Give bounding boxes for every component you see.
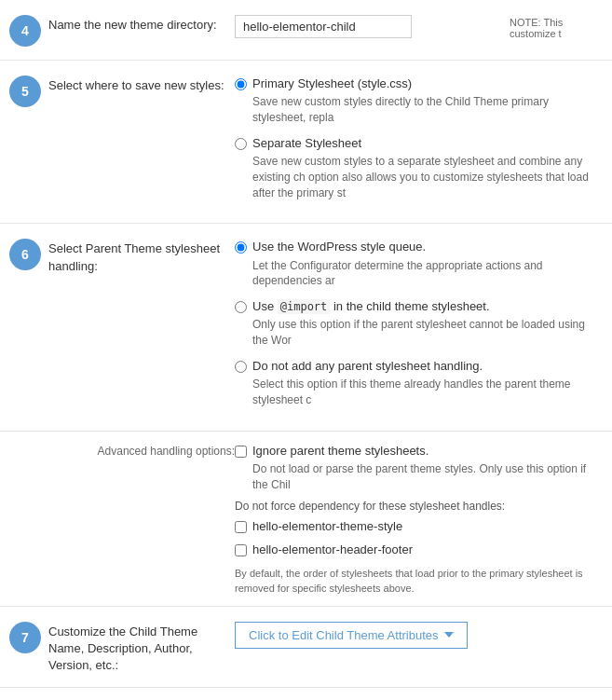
checkbox-ignore-parent-label: Ignore parent theme stylesheets. xyxy=(252,443,603,460)
step-number-7: 7 xyxy=(9,622,41,653)
section-7: 7 Customize the Child Theme Name, Descri… xyxy=(0,607,612,689)
section-6-label: Select Parent Theme stylesheet handling: xyxy=(48,237,235,274)
advanced-spacer xyxy=(9,441,48,597)
section-7-content: Click to Edit Child Theme Attributes xyxy=(235,620,603,649)
checkbox-ignore-parent-sub: Do not load or parse the parent theme st… xyxy=(252,461,603,493)
radio-use-import: Use @import in the child theme styleshee… xyxy=(235,298,603,349)
radio-no-parent-handling-input[interactable] xyxy=(235,361,247,373)
radio-primary-stylesheet: Primary Stylesheet (style.css) Save new … xyxy=(235,75,603,126)
checkbox-ignore-parent: Ignore parent theme stylesheets. Do not … xyxy=(235,443,603,493)
radio-separate-stylesheet-sub: Save new custom styles to a separate sty… xyxy=(252,154,603,200)
radio-primary-stylesheet-sub: Save new custom styles directly to the C… xyxy=(252,94,603,126)
radio-wp-style-queue-label: Use the WordPress style queue. xyxy=(252,239,603,255)
checkbox-dep2-label: hello-elementor-header-footer xyxy=(252,542,413,558)
checkbox-dep1: hello-elementor-theme-style xyxy=(235,518,603,535)
section-7-label: Customize the Child Theme Name, Descript… xyxy=(48,620,235,675)
step-number-4: 4 xyxy=(9,15,41,47)
section-6-content: Use the WordPress style queue. Let the C… xyxy=(235,237,603,417)
advanced-handling-label: Advanced handling options: xyxy=(48,441,235,597)
dep-info-text: By default, the order of stylesheets tha… xyxy=(235,566,603,597)
section-5: 5 Select where to save new styles: Prima… xyxy=(0,61,612,224)
section-6: 6 Select Parent Theme stylesheet handlin… xyxy=(0,224,612,431)
radio-use-import-label: Use @import in the child theme styleshee… xyxy=(252,298,603,315)
click-to-edit-btn[interactable]: Click to Edit Child Theme Attributes xyxy=(235,622,468,649)
radio-wp-style-queue-input[interactable] xyxy=(235,241,247,254)
chevron-down-icon xyxy=(444,632,454,638)
advanced-handling-content: Ignore parent theme stylesheets. Do not … xyxy=(235,441,603,597)
step-number-5: 5 xyxy=(9,75,41,107)
section-4-label: Name the new theme directory: xyxy=(48,13,235,34)
checkbox-dep2-input[interactable] xyxy=(235,544,247,556)
radio-no-parent-handling: Do not add any parent stylesheet handlin… xyxy=(235,358,603,408)
checkbox-dep1-input[interactable] xyxy=(235,521,247,533)
radio-use-import-input[interactable] xyxy=(235,301,247,313)
section-4: 4 Name the new theme directory: NOTE: Th… xyxy=(0,0,612,61)
radio-separate-stylesheet: Separate Stylesheet Save new custom styl… xyxy=(235,135,603,201)
checkbox-ignore-parent-input[interactable] xyxy=(235,446,247,458)
import-code: @import xyxy=(278,299,331,314)
radio-no-parent-handling-sub: Select this option if this theme already… xyxy=(252,377,603,408)
checkbox-dep1-label: hello-elementor-theme-style xyxy=(252,518,402,535)
click-to-edit-btn-label: Click to Edit Child Theme Attributes xyxy=(249,628,439,642)
radio-no-parent-handling-label: Do not add any parent stylesheet handlin… xyxy=(252,358,603,375)
theme-directory-input[interactable] xyxy=(235,15,412,38)
checkbox-dep2: hello-elementor-header-footer xyxy=(235,542,603,558)
section-4-content xyxy=(235,13,510,38)
radio-primary-stylesheet-label: Primary Stylesheet (style.css) xyxy=(252,75,603,92)
radio-separate-stylesheet-input[interactable] xyxy=(235,138,247,150)
section-8: 8 Copy Menus, Widgets and other Customiz… xyxy=(0,688,612,700)
radio-primary-stylesheet-input[interactable] xyxy=(235,78,247,90)
dep-label: Do not force dependency for these styles… xyxy=(235,500,603,513)
section-4-note: NOTE: This customize t xyxy=(510,13,603,39)
radio-wp-style-queue: Use the WordPress style queue. Let the C… xyxy=(235,239,603,289)
radio-wp-style-queue-sub: Let the Configurator determine the appro… xyxy=(252,258,603,290)
section-5-label: Select where to save new styles: xyxy=(48,74,235,94)
radio-use-import-sub: Only use this option if the parent style… xyxy=(252,317,603,349)
step-number-6: 6 xyxy=(9,239,41,270)
section-5-content: Primary Stylesheet (style.css) Save new … xyxy=(235,74,603,210)
advanced-handling-section: Advanced handling options: Ignore parent… xyxy=(0,432,612,607)
radio-separate-stylesheet-label: Separate Stylesheet xyxy=(252,135,603,152)
